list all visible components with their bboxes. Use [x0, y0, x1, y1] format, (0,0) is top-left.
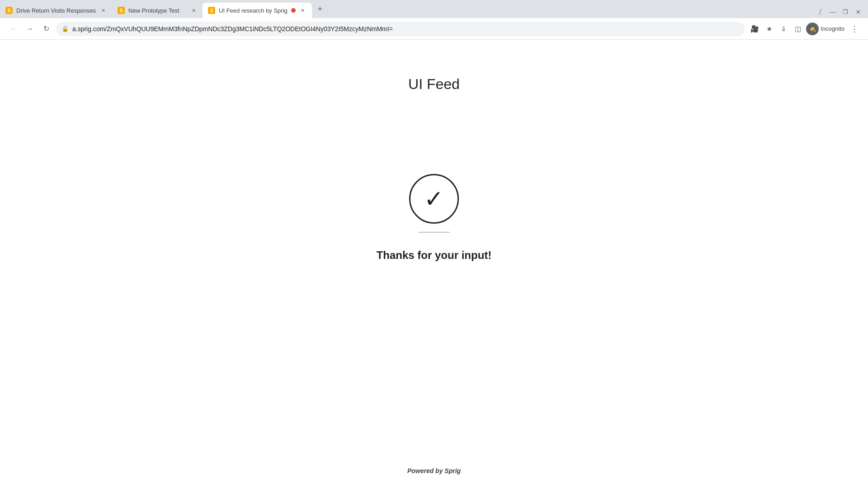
reload-button[interactable]: ↻ [40, 23, 52, 35]
new-tab-button[interactable]: + [314, 3, 326, 15]
maximize-button[interactable]: ❐ [839, 5, 852, 18]
thanks-message: Thanks for your input! [377, 249, 492, 262]
checkmark-circle: ✓ [409, 174, 459, 224]
lock-icon: 🔒 [61, 25, 69, 32]
tab-drive-return-visits[interactable]: S Drive Return Visits Responses ✕ [0, 3, 112, 18]
more-options-button[interactable]: ⋮ [848, 23, 861, 35]
camera-button[interactable]: 🎥 [748, 23, 761, 35]
tab-title-2: New Prototype Test [128, 7, 186, 14]
incognito-avatar[interactable]: 🕵 [806, 23, 819, 35]
tab-favicon-2: S [118, 7, 125, 14]
page-content: UI Feed ✓ Thanks for your input! Powered… [0, 40, 868, 488]
powered-by-footer: Powered by Sprig [407, 467, 461, 479]
tab-bar: S Drive Return Visits Responses ✕ S New … [0, 0, 868, 18]
incognito-label: Incognito [821, 25, 844, 32]
tab-stack-button[interactable]: ⧸ [814, 5, 826, 18]
powered-by-brand: Sprig [444, 467, 461, 474]
address-bar: ← → ↻ 🔒 a.sprig.com/ZmQxVUhQUU9EMmM3fnNp… [0, 18, 868, 40]
divider-line [418, 232, 450, 233]
back-button[interactable]: ← [7, 23, 20, 35]
tab-close-2[interactable]: ✕ [190, 7, 197, 14]
checkmark-icon: ✓ [424, 187, 444, 211]
success-container: ✓ Thanks for your input! [377, 174, 492, 262]
tab-title-3: UI Feed research by Sprig [219, 7, 288, 14]
browser-window: S Drive Return Visits Responses ✕ S New … [0, 0, 868, 488]
recording-dot [291, 8, 296, 13]
tab-bar-right-controls: ⧸ — ❐ ✕ [814, 5, 864, 18]
page-title: UI Feed [408, 76, 460, 93]
address-text: a.sprig.com/ZmQxVUhQUU9EMmM3fnNpZDpmNDc3… [72, 25, 739, 33]
tab-close-3[interactable]: ✕ [299, 7, 307, 14]
forward-button[interactable]: → [24, 23, 36, 35]
tab-favicon-1: S [5, 7, 13, 14]
tab-favicon-3: S [208, 7, 215, 14]
tab-title-1: Drive Return Visits Responses [16, 7, 96, 14]
close-button[interactable]: ✕ [852, 5, 864, 18]
bookmark-button[interactable]: ★ [763, 23, 775, 35]
tab-new-prototype-test[interactable]: S New Prototype Test ✕ [112, 3, 203, 18]
tab-ui-feed-research[interactable]: S UI Feed research by Sprig ✕ [203, 3, 312, 18]
tab-close-1[interactable]: ✕ [99, 7, 107, 14]
download-button[interactable]: ⇓ [777, 23, 790, 35]
minimize-button[interactable]: — [826, 5, 839, 18]
powered-by-prefix: Powered by [407, 467, 444, 474]
address-bar-input[interactable]: 🔒 a.sprig.com/ZmQxVUhQUU9EMmM3fnNpZDpmND… [56, 22, 745, 36]
browser-layout-button[interactable]: ◫ [792, 23, 804, 35]
address-bar-actions: 🎥 ★ ⇓ ◫ 🕵 Incognito ⋮ [748, 23, 861, 35]
incognito-icon: 🕵 [809, 25, 816, 32]
